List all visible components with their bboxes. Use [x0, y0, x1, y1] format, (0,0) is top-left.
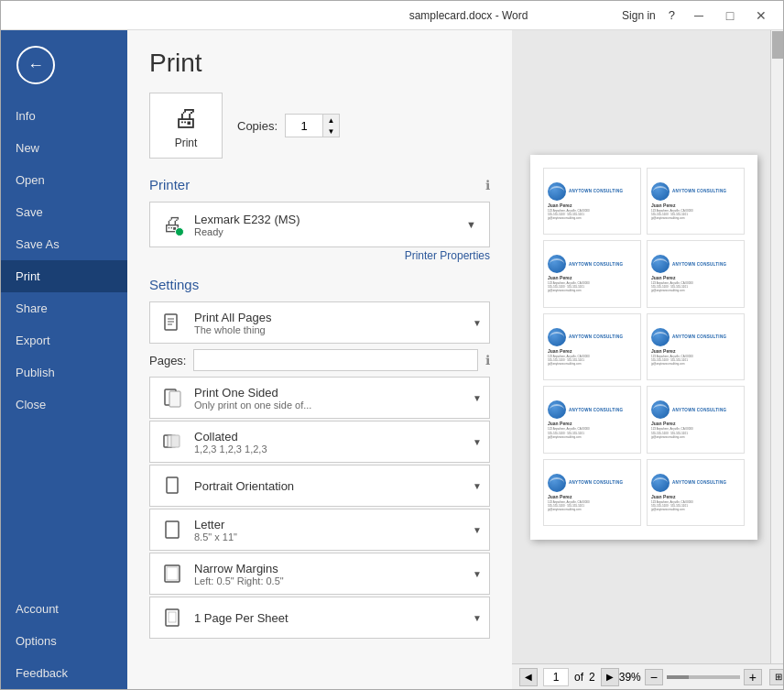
title-bar: samplecard.docx - Word Sign in ? ─ □ ✕ — [1, 1, 783, 30]
collated-setting[interactable]: Collated 1,2,3 1,2,3 1,2,3 ▼ — [149, 421, 490, 463]
page-of-label: of — [574, 671, 583, 684]
printer-icon-area: 🖨 — [162, 213, 182, 236]
print-pages-dropdown-arrow[interactable]: ▼ — [473, 318, 482, 328]
printer-dropdown-arrow[interactable]: ▼ — [461, 217, 482, 232]
pages-per-sheet-dropdown[interactable]: ▼ — [473, 613, 482, 623]
copies-down-button[interactable]: ▼ — [322, 126, 339, 137]
collated-main: Collated — [194, 430, 465, 444]
print-sided-dropdown[interactable]: ▼ — [473, 393, 482, 403]
margins-sub: Left: 0.5" Right: 0.5" — [194, 575, 465, 586]
sidebar-item-save-as[interactable]: Save As — [1, 228, 127, 260]
preview-content: ANYTOWN CONSULTING Juan Perez 123 Anywhe… — [512, 30, 783, 663]
next-page-button[interactable]: ▶ — [601, 668, 619, 686]
scrollbar-thumb[interactable] — [772, 31, 783, 59]
fit-page-button[interactable]: ⊞ — [769, 669, 783, 685]
sign-in-link[interactable]: Sign in — [622, 9, 656, 22]
printer-info-text: Lexmark E232 (MS) Ready — [187, 213, 461, 237]
sidebar-item-new[interactable]: New — [1, 132, 127, 164]
pages-input[interactable] — [193, 349, 478, 371]
paper-size-setting[interactable]: Letter 8.5" x 11" ▼ — [149, 509, 490, 551]
sidebar-item-account[interactable]: Account — [1, 593, 127, 625]
printer-properties-link[interactable]: Printer Properties — [149, 249, 490, 262]
print-title: Print — [149, 49, 490, 78]
zoom-in-button[interactable]: + — [744, 669, 762, 685]
sidebar-item-options[interactable]: Options — [1, 625, 127, 657]
zoom-slider[interactable] — [667, 675, 740, 679]
back-button[interactable]: ← — [8, 38, 63, 93]
print-btn-label: Print — [175, 137, 198, 149]
orientation-dropdown[interactable]: ▼ — [473, 481, 482, 491]
paper-size-icon — [158, 515, 187, 544]
paper-size-dropdown[interactable]: ▼ — [473, 525, 482, 535]
printer-info-icon[interactable]: ℹ — [485, 178, 490, 192]
copies-spinner: ▲ ▼ — [285, 114, 340, 137]
settings-section: Settings — [149, 277, 490, 639]
printer-selector[interactable]: 🖨 Lexmark E232 (MS) Ready ▼ — [149, 202, 490, 247]
orientation-icon — [158, 471, 187, 500]
collated-dropdown[interactable]: ▼ — [473, 437, 482, 447]
business-card-2: ANYTOWN CONSULTING Juan Perez 123 Anywhe… — [647, 168, 745, 235]
margins-text: Narrow Margins Left: 0.5" Right: 0.5" — [187, 562, 473, 586]
sidebar-item-export[interactable]: Export — [1, 324, 127, 356]
print-button-area: 🖨 Print Copies: ▲ ▼ — [149, 93, 490, 159]
copies-up-button[interactable]: ▲ — [322, 115, 339, 126]
margins-dropdown[interactable]: ▼ — [473, 569, 482, 579]
prev-page-button[interactable]: ◀ — [519, 668, 538, 686]
pages-row: Pages: ℹ — [149, 345, 490, 375]
preview-footer: ◀ of 2 ▶ 39% − + — [512, 663, 783, 689]
printer-status: Ready — [194, 226, 453, 237]
pages-info-icon[interactable]: ℹ — [485, 353, 490, 367]
svg-rect-10 — [166, 521, 179, 538]
paper-size-text: Letter 8.5" x 11" — [187, 518, 473, 542]
sidebar-nav: Info New Open Save Save As Print — [1, 100, 127, 689]
minimize-button[interactable]: ─ — [684, 3, 713, 28]
print-settings-panel: Print 🖨 Print Copies: ▲ — [127, 30, 512, 689]
zoom-out-button[interactable]: − — [645, 669, 663, 685]
collated-icon — [158, 427, 187, 456]
print-pages-main: Print All Pages — [194, 311, 465, 324]
sidebar: ← Info New Open Save Save As — [1, 30, 127, 689]
ready-status-dot — [175, 227, 184, 236]
print-button[interactable]: 🖨 Print — [149, 93, 223, 159]
sidebar-item-share[interactable]: Share — [1, 292, 127, 324]
close-button[interactable]: ✕ — [746, 3, 776, 28]
zoom-level-label: 39% — [619, 671, 641, 684]
print-pages-setting[interactable]: Print All Pages The whole thing ▼ — [149, 301, 490, 344]
sidebar-item-info[interactable]: Info — [1, 100, 127, 132]
copies-label: Copies: — [237, 119, 278, 133]
copies-input[interactable] — [286, 115, 322, 137]
print-pages-icon — [158, 308, 187, 337]
print-area: Print 🖨 Print Copies: ▲ — [127, 30, 783, 689]
maximize-button[interactable]: □ — [715, 3, 745, 28]
paper-size-main: Letter — [194, 518, 465, 531]
paper-size-sub: 8.5" x 11" — [194, 531, 465, 542]
print-sided-setting[interactable]: Print One Sided Only print on one side o… — [149, 377, 490, 419]
sidebar-item-close[interactable]: Close — [1, 389, 127, 421]
print-sided-text: Print One Sided Only print on one side o… — [187, 386, 473, 411]
preview-panel: ANYTOWN CONSULTING Juan Perez 123 Anywhe… — [512, 30, 783, 689]
pages-per-sheet-text: 1 Page Per Sheet — [187, 611, 473, 625]
sidebar-item-publish[interactable]: Publish — [1, 356, 127, 389]
svg-rect-5 — [169, 391, 180, 407]
sidebar-item-print[interactable]: Print — [1, 260, 127, 292]
sidebar-item-open[interactable]: Open — [1, 164, 127, 196]
svg-rect-8 — [171, 435, 180, 447]
margins-main: Narrow Margins — [194, 562, 465, 575]
orientation-text: Portrait Orientation — [187, 479, 473, 493]
pages-per-sheet-setting[interactable]: 1 Page Per Sheet ▼ — [149, 597, 490, 639]
print-sided-sub: Only print on one side of... — [194, 400, 465, 411]
sidebar-item-save[interactable]: Save — [1, 196, 127, 228]
business-card-4: ANYTOWN CONSULTING Juan Perez 123 Anywhe… — [647, 240, 745, 308]
print-pages-sub: The whole thing — [194, 324, 465, 335]
business-card-7: ANYTOWN CONSULTING Juan Perez 123 Anywhe… — [543, 386, 641, 454]
orientation-setting[interactable]: Portrait Orientation ▼ — [149, 465, 490, 507]
margins-setting[interactable]: Narrow Margins Left: 0.5" Right: 0.5" ▼ — [149, 553, 490, 595]
help-button[interactable]: ? — [669, 8, 675, 22]
vertical-scrollbar[interactable] — [770, 30, 783, 663]
page-number-input[interactable] — [543, 668, 569, 686]
sidebar-item-feedback[interactable]: Feedback — [1, 657, 127, 689]
business-card-9: ANYTOWN CONSULTING Juan Perez 123 Anywhe… — [543, 459, 641, 527]
printer-section: Printer ℹ 🖨 Lexmark E232 (M — [149, 177, 490, 262]
settings-section-header: Settings — [149, 277, 490, 292]
business-card-6: ANYTOWN CONSULTING Juan Perez 123 Anywhe… — [647, 313, 745, 381]
